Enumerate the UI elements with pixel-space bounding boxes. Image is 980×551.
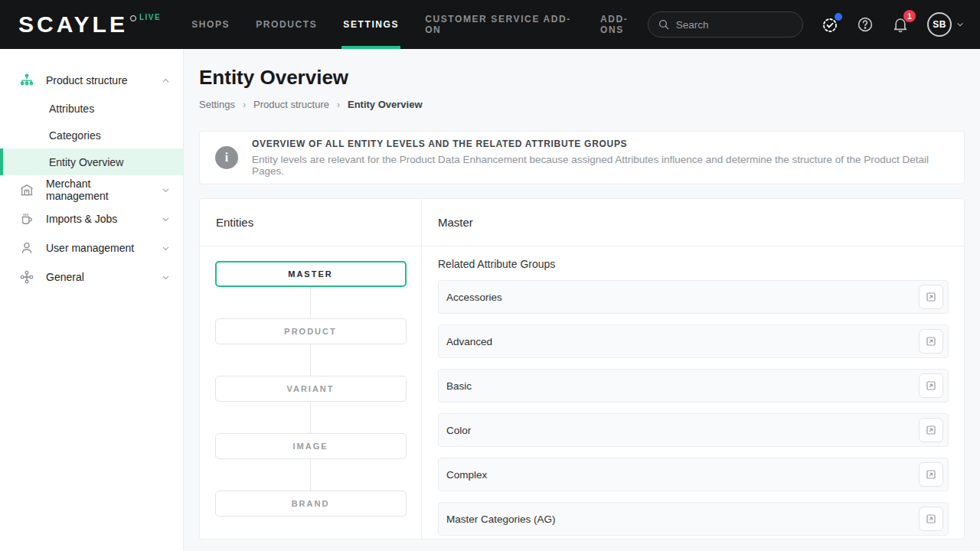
entity-button-variant[interactable]: VARIANT	[215, 376, 407, 402]
sidebar: Product structure Attributes Categories …	[0, 49, 184, 551]
breadcrumb-settings[interactable]: Settings	[199, 99, 235, 110]
sidebar-item-general[interactable]: General	[0, 262, 183, 292]
top-navigation: SHOPS PRODUCTS SETTINGS CUSTOMER SERVICE…	[191, 0, 648, 49]
attribute-group-name: Master Categories (AG)	[446, 514, 919, 525]
entity-button-product[interactable]: PRODUCT	[215, 318, 407, 344]
attribute-group-row: Master Categories (AG)	[438, 502, 949, 536]
sidebar-item-label: Imports & Jobs	[46, 213, 150, 225]
avatar: SB	[927, 12, 952, 37]
attribute-group-row: Color	[438, 413, 949, 447]
search-icon	[658, 18, 670, 31]
chevron-down-icon	[956, 20, 965, 29]
attribute-group-name: Complex	[446, 469, 919, 481]
open-attribute-group-button[interactable]	[919, 285, 943, 309]
open-attribute-group-button[interactable]	[919, 373, 943, 398]
info-icon: i	[215, 146, 238, 169]
breadcrumb-product-structure[interactable]: Product structure	[253, 99, 329, 110]
external-link-icon	[925, 291, 937, 303]
modules-icon	[18, 269, 35, 285]
sidebar-item-merchant-management[interactable]: Merchant management	[0, 175, 183, 204]
chevron-down-icon	[161, 243, 171, 253]
sidebar-item-entity-overview[interactable]: Entity Overview	[0, 148, 183, 175]
logo-environment: LIVE	[130, 13, 161, 21]
notifications-button[interactable]: 1	[890, 15, 910, 34]
user-icon	[18, 240, 35, 256]
mug-icon	[18, 211, 35, 227]
scayle-logo[interactable]: SCAYLE LIVE	[18, 11, 161, 37]
sidebar-item-product-structure[interactable]: Product structure	[0, 66, 183, 95]
entity-connector	[310, 344, 311, 376]
entity-button-brand[interactable]: BRAND	[215, 491, 407, 517]
account-menu[interactable]: SB	[927, 12, 965, 37]
detail-column-title: Master	[422, 199, 964, 246]
help-button[interactable]	[855, 15, 875, 34]
open-attribute-group-button[interactable]	[919, 507, 943, 531]
sitemap-icon	[18, 73, 35, 88]
entity-connector	[310, 287, 311, 318]
entity-button-image[interactable]: IMAGE	[215, 433, 407, 459]
help-icon	[856, 15, 874, 34]
sidebar-item-attributes[interactable]: Attributes	[0, 95, 183, 122]
entities-column: Entities MASTER PRODUCT VARIANT IMAGE BR…	[200, 199, 422, 539]
attribute-group-name: Accessories	[446, 292, 919, 303]
entity-tree: MASTER PRODUCT VARIANT IMAGE BRAND	[200, 246, 421, 531]
sidebar-item-label: Merchant management	[46, 178, 150, 202]
chevron-down-icon	[161, 272, 171, 282]
external-link-icon	[925, 335, 937, 347]
sidebar-item-user-management[interactable]: User management	[0, 233, 183, 262]
attribute-group-name: Color	[446, 425, 919, 436]
store-icon	[18, 182, 35, 197]
sidebar-item-label: Product structure	[46, 74, 150, 86]
entities-column-title: Entities	[200, 199, 421, 246]
related-attribute-groups: Related Attribute Groups Accessories Adv…	[422, 246, 964, 540]
info-banner-description: Entity levels are relevant for the Produ…	[252, 154, 949, 177]
notifications-badge: 1	[903, 10, 916, 22]
breadcrumb-separator: ›	[337, 99, 340, 110]
top-bar: SCAYLE LIVE SHOPS PRODUCTS SETTINGS CUST…	[0, 0, 980, 49]
sidebar-item-imports-jobs[interactable]: Imports & Jobs	[0, 204, 183, 233]
attribute-group-row: Complex	[438, 458, 949, 491]
breadcrumb-separator: ›	[243, 99, 246, 110]
external-link-icon	[925, 380, 937, 392]
attribute-group-row: Accessories	[438, 280, 949, 314]
chevron-down-icon	[161, 185, 171, 195]
breadcrumb-entity-overview: Entity Overview	[348, 99, 423, 110]
info-banner-text: OVERVIEW OF ALL ENTITY LEVELS AND THE RE…	[252, 139, 949, 177]
external-link-icon	[925, 468, 937, 481]
chevron-down-icon	[161, 214, 171, 224]
topbar-icons: 1 SB	[820, 12, 965, 37]
main-content: Entity Overview Settings › Product struc…	[184, 49, 980, 551]
related-attribute-groups-label: Related Attribute Groups	[438, 258, 949, 270]
entity-button-master[interactable]: MASTER	[215, 261, 407, 287]
chevron-up-icon	[161, 76, 171, 86]
attribute-group-name: Advanced	[446, 336, 919, 347]
sidebar-item-label: Categories	[49, 129, 101, 142]
nav-item-add-ons[interactable]: ADD-ONS	[600, 0, 648, 49]
nav-item-products[interactable]: PRODUCTS	[256, 0, 317, 49]
search-input[interactable]	[676, 19, 793, 31]
nav-item-shops[interactable]: SHOPS	[191, 0, 230, 49]
external-link-icon	[925, 424, 937, 436]
detail-column: Master Related Attribute Groups Accessor…	[422, 199, 964, 539]
logo-dot-icon	[130, 15, 136, 21]
external-link-icon	[925, 513, 937, 525]
sidebar-item-label: General	[46, 271, 150, 283]
global-search[interactable]	[648, 11, 803, 37]
entity-connector	[310, 402, 311, 433]
status-notification-dot	[835, 13, 842, 21]
open-attribute-group-button[interactable]	[919, 329, 943, 354]
nav-item-customer-service-add-on[interactable]: CUSTOMER SERVICE ADD-ON	[425, 0, 574, 49]
sidebar-item-categories[interactable]: Categories	[0, 122, 183, 148]
sidebar-item-label: User management	[46, 242, 150, 254]
open-attribute-group-button[interactable]	[919, 462, 943, 487]
attribute-group-row: Advanced	[438, 324, 949, 358]
attribute-group-name: Basic	[446, 380, 919, 392]
entity-connector	[310, 459, 311, 491]
sidebar-item-label: Entity Overview	[49, 156, 123, 168]
environment-label: LIVE	[139, 13, 161, 21]
status-check-button[interactable]	[820, 15, 840, 34]
info-banner: i OVERVIEW OF ALL ENTITY LEVELS AND THE …	[199, 131, 965, 184]
open-attribute-group-button[interactable]	[919, 418, 943, 442]
nav-item-settings[interactable]: SETTINGS	[343, 0, 399, 49]
entity-overview-panel: Entities MASTER PRODUCT VARIANT IMAGE BR…	[199, 198, 965, 540]
